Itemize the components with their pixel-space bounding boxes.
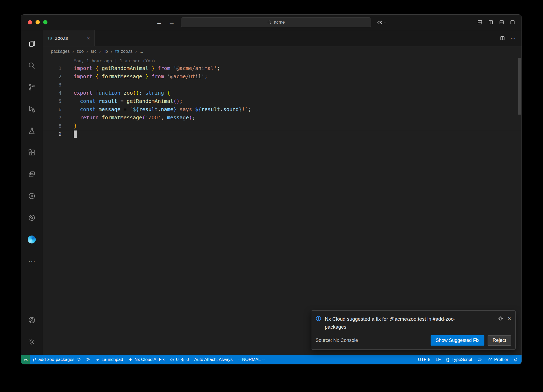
editor-scrollbar[interactable] <box>518 56 522 355</box>
status-label: Prettier <box>494 357 508 362</box>
code-line[interactable]: 1import { getRandomAnimal } from '@acme/… <box>43 64 522 72</box>
breadcrumb-label: ... <box>139 49 143 54</box>
copilot-menu-button[interactable] <box>377 20 387 25</box>
breadcrumb-separator: › <box>135 49 137 54</box>
beaker-icon <box>28 127 36 134</box>
code-line[interactable]: 8} <box>43 122 522 130</box>
code-line[interactable]: 7 return formatMessage('ZOO', message); <box>43 114 522 122</box>
activity-explorer[interactable] <box>21 33 43 55</box>
cloud-upload-icon <box>76 358 81 362</box>
activity-remote-explorer[interactable] <box>21 163 43 185</box>
breadcrumb-item[interactable]: lib <box>103 49 108 54</box>
notification-close-icon[interactable]: × <box>508 316 511 321</box>
command-center-search[interactable]: acme <box>181 17 371 27</box>
status-problems[interactable]: 00 <box>167 355 191 364</box>
line-number: 7 <box>43 115 62 120</box>
tab-zoo-ts[interactable]: TS zoo.ts × <box>43 30 95 46</box>
status-commit-graph[interactable] <box>83 355 93 364</box>
activity-additional-views[interactable]: ⋯ <box>21 250 43 272</box>
breadcrumb-separator: › <box>86 49 88 54</box>
show-suggested-fix-button[interactable]: Show Suggested Fix <box>431 335 484 346</box>
status-notifications-bell[interactable] <box>511 355 522 364</box>
code-line-content: import { getRandomAnimal } from '@acme/a… <box>74 65 220 71</box>
status-vim-mode[interactable]: -- NORMAL -- <box>235 355 268 364</box>
extensions-icon <box>28 149 36 156</box>
minimize-window-button[interactable] <box>36 20 40 24</box>
notification-footer: Source: Nx Console Show Suggested FixRej… <box>316 335 511 346</box>
bell-icon <box>514 358 518 362</box>
code-line[interactable]: 5 const result = getRandomAnimal(); <box>43 97 522 105</box>
breadcrumb-label: packages <box>51 49 70 54</box>
search-icon <box>267 20 272 24</box>
play-circle-icon <box>28 192 36 200</box>
code-lines: 1import { getRandomAnimal } from '@acme/… <box>43 64 522 138</box>
code-line-content: const message = `${result.name} says ${r… <box>74 106 251 112</box>
activity-testing[interactable] <box>21 120 43 142</box>
git-blame-annotation: You, 1 hour ago | 1 author (You) <box>74 57 522 64</box>
rocket-icon <box>95 358 100 362</box>
status-remote-indicator[interactable]: >< <box>21 355 30 364</box>
breadcrumb-item[interactable]: packages <box>51 49 70 54</box>
scrollbar-thumb[interactable] <box>518 58 521 115</box>
line-number: 5 <box>43 98 62 104</box>
status-auto-attach[interactable]: Auto Attach: Always <box>191 355 235 364</box>
notification-actions: Show Suggested FixReject <box>431 335 511 346</box>
activity-accounts[interactable] <box>21 309 43 331</box>
copilot-icon <box>478 358 482 362</box>
activity-run-and-debug[interactable] <box>21 98 43 120</box>
breadcrumb-item[interactable]: src <box>91 49 97 54</box>
zoom-window-button[interactable] <box>43 20 47 24</box>
breadcrumb-item[interactable]: zoo <box>77 49 84 54</box>
layout-sidebar-left-icon[interactable] <box>488 20 493 25</box>
editor[interactable]: You, 1 hour ago | 1 author (You) 1import… <box>43 56 522 355</box>
activity-search[interactable] <box>21 55 43 76</box>
status-copilot[interactable] <box>475 355 484 364</box>
breadcrumb-item[interactable]: TSzoo.ts <box>115 49 133 54</box>
breadcrumb-item[interactable]: ... <box>139 49 143 54</box>
gear-icon <box>28 338 36 346</box>
activity-code-inspector[interactable] <box>21 207 43 229</box>
code-line[interactable]: 2import { formatMessage } from '@acme/ut… <box>43 72 522 81</box>
layout-sidebar-right-icon[interactable] <box>510 20 515 25</box>
go-back-button[interactable]: ← <box>156 19 163 26</box>
activity-extensions[interactable] <box>21 142 43 163</box>
code-line-content: return formatMessage('ZOO', message); <box>74 115 195 121</box>
code-line[interactable]: 6 const message = `${result.name} says $… <box>43 105 522 114</box>
code-line[interactable]: 4export function zoo(): string { <box>43 89 522 97</box>
activity-manage[interactable] <box>21 331 43 353</box>
status-git-branch[interactable]: add-zoo-packages <box>30 355 83 364</box>
breadcrumb-separator: › <box>99 49 101 54</box>
reject-button[interactable]: Reject <box>488 335 511 346</box>
status-label: Launchpad <box>102 357 123 362</box>
status-nx-cloud-ai-fix[interactable]: Nx Cloud AI Fix <box>126 355 167 364</box>
code-line[interactable]: 3 <box>43 81 522 89</box>
files-icon <box>28 40 36 47</box>
code-line-content: const result = getRandomAnimal(); <box>74 98 183 104</box>
titlebar-center: ← → acme <box>156 17 387 27</box>
editor-cursor <box>74 130 77 138</box>
activity-edge-tools[interactable] <box>21 229 43 250</box>
layout-grid-icon[interactable] <box>477 20 483 25</box>
notification-settings-icon[interactable] <box>498 316 503 321</box>
titlebar: ← → acme <box>21 15 522 30</box>
breadcrumb-label: lib <box>103 49 108 54</box>
status-encoding[interactable]: UTF-8 <box>415 355 433 364</box>
status-label: -- NORMAL -- <box>238 357 265 362</box>
layout-panel-icon[interactable] <box>499 20 504 25</box>
activity-run-panel[interactable] <box>21 185 43 207</box>
breadcrumb[interactable]: packages›zoo›src›lib›TSzoo.ts›... <box>43 46 522 56</box>
status-language-mode[interactable]: {}TypeScript <box>443 355 475 364</box>
status-launchpad[interactable]: Launchpad <box>93 355 126 364</box>
sparkle-icon <box>128 358 133 362</box>
status-label: UTF-8 <box>418 357 430 362</box>
editor-more-actions-icon[interactable]: ⋯ <box>510 35 516 41</box>
status-eol[interactable]: LF <box>433 355 443 364</box>
go-forward-button[interactable]: → <box>168 19 175 26</box>
status-prettier[interactable]: ✓✓Prettier <box>484 355 511 364</box>
double-check-icon: ✓✓ <box>487 357 492 362</box>
code-line[interactable]: 9 <box>43 130 522 138</box>
close-tab-icon[interactable]: × <box>87 35 90 41</box>
activity-source-control[interactable] <box>21 76 43 98</box>
split-editor-icon[interactable] <box>500 36 505 41</box>
close-window-button[interactable] <box>28 20 32 24</box>
